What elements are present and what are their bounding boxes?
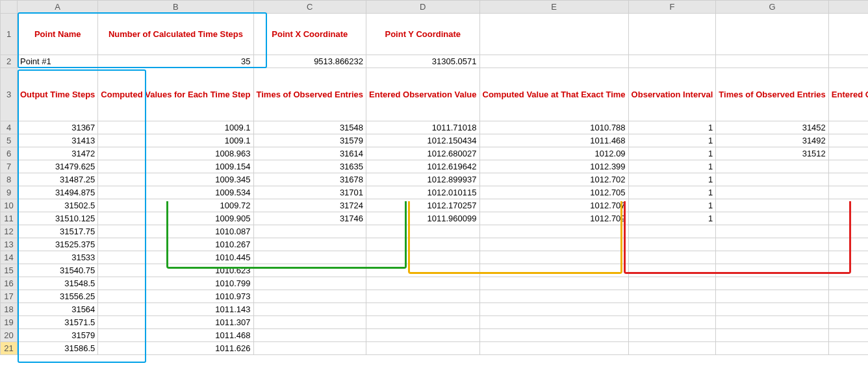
cell-B12[interactable]: 1010.087 [98,225,253,238]
cell-D7[interactable]: 1012.619642 [366,160,479,173]
cell-G3[interactable]: Times of Observed Entries [716,68,829,121]
cell-H4[interactable]: 1010.56961 [828,121,868,134]
cell-G5[interactable]: 31492 [716,134,829,147]
cell-E8[interactable]: 1012.702 [479,173,628,186]
cell-C6[interactable]: 31614 [253,147,366,160]
cell-G8[interactable] [716,173,829,186]
row-header-20[interactable]: 20 [1,329,18,342]
cell-D8[interactable]: 1012.899937 [366,173,479,186]
cell-A12[interactable]: 31517.75 [18,225,98,238]
cell-B2[interactable]: 35 [98,55,253,68]
cell-E12[interactable] [479,225,628,238]
cell-H20[interactable] [828,329,868,342]
cell-F18[interactable] [628,303,716,316]
cell-C5[interactable]: 31579 [253,134,366,147]
cell-G1[interactable] [716,14,829,55]
cell-B10[interactable]: 1009.72 [98,199,253,212]
cell-F13[interactable] [628,238,716,251]
cell-D6[interactable]: 1012.680027 [366,147,479,160]
cell-B13[interactable]: 1010.267 [98,238,253,251]
cell-E1[interactable] [479,14,628,55]
cell-C4[interactable]: 31548 [253,121,366,134]
cell-C16[interactable] [253,277,366,290]
row-header-18[interactable]: 18 [1,303,18,316]
cell-G15[interactable] [716,264,829,277]
cell-D3[interactable]: Entered Observation Value [366,68,479,121]
cell-E6[interactable]: 1012.09 [479,147,628,160]
row-header-21[interactable]: 21 [1,342,18,355]
row-header-15[interactable]: 15 [1,264,18,277]
cell-D10[interactable]: 1012.170257 [366,199,479,212]
cell-B7[interactable]: 1009.154 [98,160,253,173]
cell-F20[interactable] [628,329,716,342]
cell-F7[interactable]: 1 [628,160,716,173]
col-header-B[interactable]: B [98,1,253,14]
cell-F4[interactable]: 1 [628,121,716,134]
cell-B16[interactable]: 1010.799 [98,277,253,290]
cell-A17[interactable]: 31556.25 [18,290,98,303]
cell-F10[interactable]: 1 [628,199,716,212]
row-header-16[interactable]: 16 [1,277,18,290]
cell-B11[interactable]: 1009.905 [98,212,253,225]
cell-B8[interactable]: 1009.345 [98,173,253,186]
cell-G13[interactable] [716,238,829,251]
cell-D2[interactable]: 31305.0571 [366,55,479,68]
cell-B18[interactable]: 1011.143 [98,303,253,316]
cell-G6[interactable]: 31512 [716,147,829,160]
select-all-corner[interactable] [1,1,18,14]
cell-A7[interactable]: 31479.625 [18,160,98,173]
cell-D5[interactable]: 1012.150434 [366,134,479,147]
cell-G9[interactable] [716,186,829,199]
cell-C17[interactable] [253,290,366,303]
cell-F19[interactable] [628,316,716,329]
cell-E14[interactable] [479,251,628,264]
cell-H12[interactable] [828,225,868,238]
cell-F3[interactable]: Observation Interval [628,68,716,121]
cell-G18[interactable] [716,303,829,316]
cell-B9[interactable]: 1009.534 [98,186,253,199]
cell-C13[interactable] [253,238,366,251]
cell-E20[interactable] [479,329,628,342]
cell-H2[interactable] [828,55,868,68]
cell-D13[interactable] [366,238,479,251]
cell-F9[interactable]: 1 [628,186,716,199]
cell-D11[interactable]: 1011.960099 [366,212,479,225]
cell-A9[interactable]: 31494.875 [18,186,98,199]
cell-A11[interactable]: 31510.125 [18,212,98,225]
cell-D19[interactable] [366,316,479,329]
cell-B3[interactable]: Computed Values for Each Time Step [98,68,253,121]
cell-H16[interactable] [828,277,868,290]
row-header-5[interactable]: 5 [1,134,18,147]
row-header-6[interactable]: 6 [1,147,18,160]
cell-A18[interactable]: 31564 [18,303,98,316]
cell-C7[interactable]: 31635 [253,160,366,173]
cell-G10[interactable] [716,199,829,212]
cell-F1[interactable] [628,14,716,55]
cell-H15[interactable] [828,264,868,277]
cell-A6[interactable]: 31472 [18,147,98,160]
cell-A21[interactable]: 31586.5 [18,342,98,355]
cell-H13[interactable] [828,238,868,251]
row-header-7[interactable]: 7 [1,160,18,173]
row-header-11[interactable]: 11 [1,212,18,225]
cell-D17[interactable] [366,290,479,303]
cell-D21[interactable] [366,342,479,355]
row-header-2[interactable]: 2 [1,55,18,68]
cell-H14[interactable] [828,251,868,264]
cell-E3[interactable]: Computed Value at That Exact Time [479,68,628,121]
row-header-13[interactable]: 13 [1,238,18,251]
cell-B21[interactable]: 1011.626 [98,342,253,355]
cell-F21[interactable] [628,342,716,355]
cell-D20[interactable] [366,329,479,342]
cell-H8[interactable] [828,173,868,186]
cell-A14[interactable]: 31533 [18,251,98,264]
row-header-12[interactable]: 12 [1,225,18,238]
cell-D15[interactable] [366,264,479,277]
cell-E7[interactable]: 1012.399 [479,160,628,173]
col-header-G[interactable]: G [716,1,829,14]
cell-D18[interactable] [366,303,479,316]
cell-A2[interactable]: Point #1 [18,55,98,68]
cell-G14[interactable] [716,251,829,264]
cell-E15[interactable] [479,264,628,277]
cell-F15[interactable] [628,264,716,277]
